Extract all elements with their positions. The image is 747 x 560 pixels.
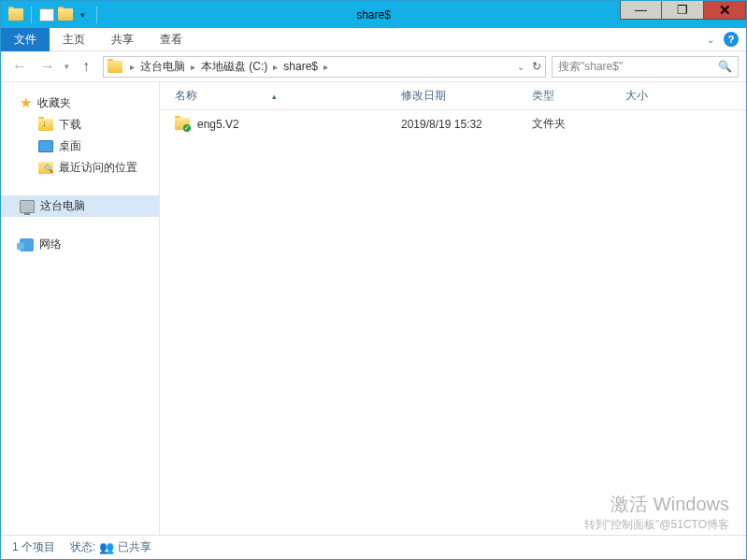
titlebar: ▾ share$ — ❐ ✕ (1, 1, 746, 28)
people-icon: 👥 (99, 540, 114, 554)
navbar: ← → ▾ ↑ ▸ 这台电脑 ▸ 本地磁盘 (C:) ▸ share$ ▸ ⌄ … (1, 51, 746, 82)
breadcrumb-segment[interactable]: 本地磁盘 (C:) (199, 59, 269, 75)
refresh-icon[interactable]: ↻ (532, 60, 541, 73)
search-input[interactable]: 搜索"share$" 🔍 (552, 56, 739, 78)
activation-watermark: 激活 Windows 转到"控制面板"@51CTO博客 (584, 492, 729, 533)
sort-arrow-icon: ▴ (272, 92, 277, 101)
tab-view[interactable]: 查看 (147, 28, 195, 51)
folder-icon[interactable] (58, 8, 73, 21)
file-name: eng5.V2 (197, 118, 239, 131)
chevron-right-icon[interactable]: ▸ (187, 62, 199, 72)
ribbon-expand-icon[interactable]: ⌄ (707, 35, 714, 45)
watermark-title: 激活 Windows (584, 492, 729, 517)
item-count: 1 个项目 (12, 539, 55, 555)
sidebar-label: 最近访问的位置 (59, 160, 137, 176)
history-dropdown[interactable]: ▾ (65, 62, 69, 71)
sidebar-downloads[interactable]: 下载 (1, 114, 159, 136)
separator (31, 7, 32, 23)
computer-icon (20, 200, 35, 213)
downloads-icon (38, 119, 53, 131)
forward-button[interactable]: → (36, 55, 59, 78)
breadcrumb-segment[interactable]: share$ (281, 60, 320, 73)
file-date: 2019/8/19 15:32 (401, 118, 532, 131)
folder-icon (8, 8, 23, 21)
close-button[interactable]: ✕ (704, 1, 746, 20)
desktop-icon (38, 140, 53, 152)
minimize-button[interactable]: — (620, 1, 662, 20)
sidebar-this-pc[interactable]: 这台电脑 (1, 195, 159, 217)
chevron-right-icon[interactable]: ▸ (320, 62, 332, 72)
separator (96, 7, 97, 23)
up-button[interactable]: ↑ (75, 55, 97, 78)
sidebar-recent[interactable]: 最近访问的位置 (1, 157, 159, 179)
window-controls: — ❐ ✕ (620, 1, 746, 20)
shared-text: 已共享 (118, 539, 151, 555)
statusbar: 1 个项目 状态: 👥 已共享 (1, 535, 746, 559)
star-icon: ★ (20, 94, 32, 111)
maximize-button[interactable]: ❐ (662, 1, 704, 20)
tab-file[interactable]: 文件 (1, 28, 50, 51)
chevron-right-icon[interactable]: ▸ (126, 62, 138, 72)
column-date[interactable]: 修改日期 (401, 88, 532, 104)
column-type[interactable]: 类型 (532, 88, 625, 104)
quick-access-toolbar: ▾ (1, 7, 101, 23)
sidebar-desktop[interactable]: 桌面 (1, 136, 159, 157)
watermark-subtitle: 转到"控制面板"@51CTO博客 (584, 517, 729, 533)
sidebar-label: 网络 (39, 237, 62, 252)
search-placeholder: 搜索"share$" (558, 59, 623, 75)
sidebar-favorites[interactable]: ★ 收藏夹 (1, 92, 159, 114)
content-area: ★ 收藏夹 下载 桌面 最近访问的位置 这台电脑 (1, 82, 746, 535)
address-bar[interactable]: ▸ 这台电脑 ▸ 本地磁盘 (C:) ▸ share$ ▸ ⌄ ↻ (103, 56, 546, 78)
window-title: share$ (356, 8, 391, 22)
tab-home[interactable]: 主页 (50, 28, 98, 51)
column-name[interactable]: 名称 ▴ (160, 88, 401, 104)
back-button[interactable]: ← (8, 55, 31, 78)
column-size[interactable]: 大小 (625, 88, 700, 104)
sidebar-network[interactable]: 网络 (1, 234, 159, 255)
sidebar-label: 这台电脑 (40, 198, 85, 214)
network-icon (20, 238, 34, 251)
search-icon[interactable]: 🔍 (718, 60, 732, 73)
qat-dropdown[interactable]: ▾ (77, 8, 89, 22)
qat-item[interactable] (39, 8, 54, 22)
chevron-right-icon[interactable]: ▸ (269, 62, 281, 72)
file-pane: 名称 ▴ 修改日期 类型 大小 eng5.V2 2019/8/19 15:32 … (160, 82, 746, 535)
sidebar-label: 收藏夹 (37, 95, 71, 111)
tab-share[interactable]: 共享 (98, 28, 147, 51)
address-dropdown[interactable]: ⌄ (517, 62, 524, 72)
file-type: 文件夹 (532, 116, 625, 132)
status-label: 状态: (70, 539, 95, 555)
ribbon: 文件 主页 共享 查看 ⌄ ? (1, 28, 746, 51)
sidebar: ★ 收藏夹 下载 桌面 最近访问的位置 这台电脑 (1, 82, 160, 535)
sidebar-label: 桌面 (59, 138, 81, 154)
file-row[interactable]: eng5.V2 2019/8/19 15:32 文件夹 (160, 110, 746, 137)
folder-icon (175, 118, 190, 130)
status-shared: 状态: 👥 已共享 (70, 539, 151, 555)
breadcrumb-segment[interactable]: 这台电脑 (138, 59, 187, 75)
help-icon[interactable]: ? (724, 32, 739, 47)
folder-icon (108, 61, 122, 73)
column-headers: 名称 ▴ 修改日期 类型 大小 (160, 82, 746, 110)
sidebar-label: 下载 (59, 117, 81, 133)
recent-icon (38, 162, 53, 174)
